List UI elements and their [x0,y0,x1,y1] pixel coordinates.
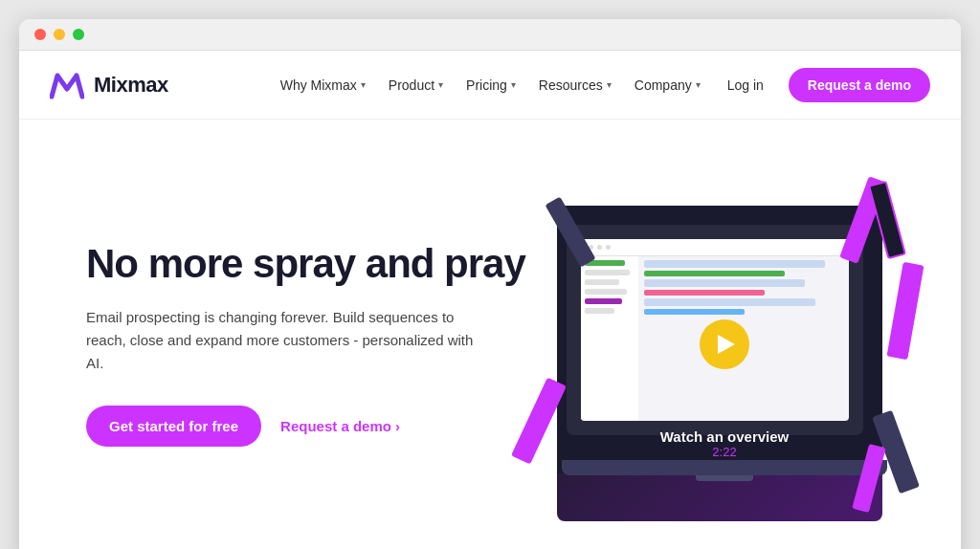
hero-section: No more spray and pray Email prospecting… [19,120,961,549]
maximize-button[interactable] [73,29,84,40]
video-duration: 2:22 [660,445,790,459]
request-demo-link[interactable]: Request a demo › [280,418,400,434]
hero-buttons: Get started for free Request a demo › [86,406,546,447]
screen-row-6 [585,308,614,314]
tape-decoration-3 [886,261,924,359]
screen-bar-1 [644,260,825,268]
browser-chrome [19,19,961,51]
logo-icon [50,70,84,100]
chevron-down-icon: ▾ [438,79,443,90]
screen-row-2 [585,270,630,275]
screen-bar-5 [644,298,815,306]
screen-bar-4 [644,290,765,296]
hero-title: No more spray and pray [86,241,546,287]
close-button[interactable] [34,29,46,40]
browser-window: Mixmax Why Mixmax ▾ Product ▾ Pricing ▾ … [19,19,961,549]
logo-text: Mixmax [94,73,168,98]
nav-item-why-mixmax[interactable]: Why Mixmax ▾ [271,72,375,99]
page-content: Mixmax Why Mixmax ▾ Product ▾ Pricing ▾ … [19,51,961,549]
play-button[interactable] [700,319,749,369]
hero-right: Watch an overview 2:22 [546,120,903,549]
get-started-button[interactable]: Get started for free [86,406,261,447]
nav-item-product[interactable]: Product ▾ [379,72,453,99]
screen-dot-2 [597,245,602,250]
hero-subtitle: Email prospecting is changing forever. B… [86,306,488,375]
chevron-down-icon: ▾ [696,79,701,90]
nav-item-pricing[interactable]: Pricing ▾ [457,72,525,99]
nav-item-resources[interactable]: Resources ▾ [529,72,621,99]
laptop-base [562,460,887,475]
request-demo-button[interactable]: Request a demo [789,68,930,102]
nav-links: Why Mixmax ▾ Product ▾ Pricing ▾ Resourc… [271,68,930,102]
screen-row-3 [585,279,619,285]
screen-dot-3 [606,245,611,250]
screen-row-5 [585,298,622,304]
screen-bar-3 [644,279,805,287]
video-title: Watch an overview [660,428,790,445]
chevron-down-icon: ▾ [607,79,612,90]
login-link[interactable]: Log in [714,72,777,99]
logo-area[interactable]: Mixmax [50,70,168,100]
nav-item-company[interactable]: Company ▾ [625,72,710,99]
chevron-down-icon: ▾ [511,79,516,90]
video-container: Watch an overview 2:22 [547,187,902,502]
screen-sidebar [581,256,638,421]
play-icon [718,335,735,354]
video-label: Watch an overview 2:22 [660,428,790,459]
navbar: Mixmax Why Mixmax ▾ Product ▾ Pricing ▾ … [19,51,961,120]
screen-topbar [581,239,849,256]
screen-bar-6 [644,309,745,315]
hero-left: No more spray and pray Email prospecting… [86,241,546,447]
screen-bar-2 [644,271,785,276]
screen-row-4 [585,289,627,295]
minimize-button[interactable] [54,29,65,40]
chevron-down-icon: ▾ [361,79,366,90]
